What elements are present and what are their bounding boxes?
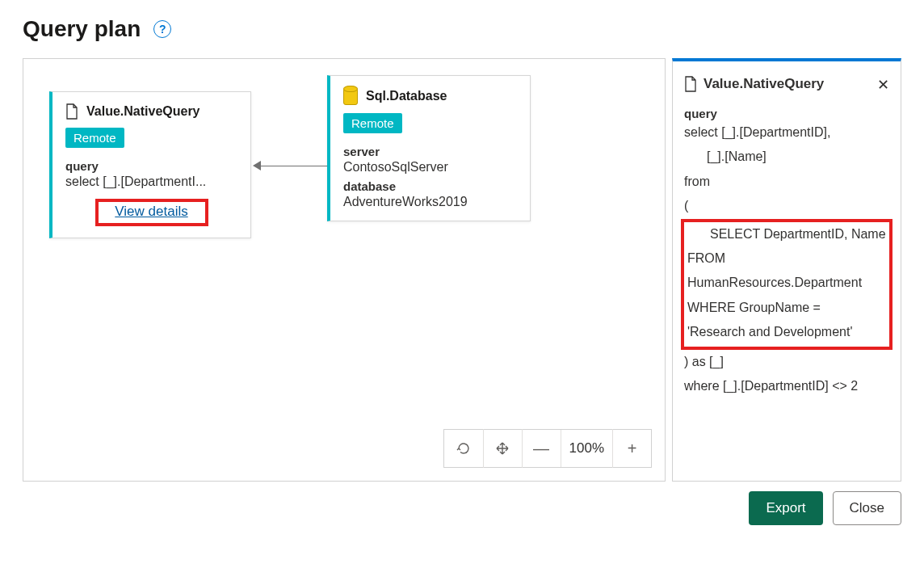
zoom-out-button[interactable]: — xyxy=(522,429,561,468)
query-line: from xyxy=(684,175,710,188)
main-area: Value.NativeQuery Remote query select [_… xyxy=(23,58,901,482)
inner-query-highlight: SELECT DepartmentID, Name FROM HumanReso… xyxy=(681,219,892,350)
details-title: Value.NativeQuery xyxy=(704,76,824,92)
document-icon xyxy=(65,103,78,120)
query-line: SELECT DepartmentID, Name xyxy=(687,222,886,246)
help-icon[interactable]: ? xyxy=(153,20,171,38)
database-label: database xyxy=(343,179,517,193)
node-value-nativequery[interactable]: Value.NativeQuery Remote query select [_… xyxy=(49,91,251,238)
query-line: ) as [_] xyxy=(684,355,724,368)
zoom-level: 100% xyxy=(561,430,612,467)
close-button[interactable]: Close xyxy=(833,491,901,525)
fit-view-button[interactable] xyxy=(483,429,522,468)
query-line: [_].[Name] xyxy=(684,145,889,169)
query-label: query xyxy=(65,159,237,173)
dialog-footer: Export Close xyxy=(23,491,901,525)
server-value: ContosoSqlServer xyxy=(343,160,517,175)
query-line: WHERE GroupName = xyxy=(687,301,821,314)
node-title: Sql.Database xyxy=(366,89,447,103)
view-details-highlight: View details xyxy=(95,199,208,226)
remote-badge: Remote xyxy=(343,113,402,133)
zoom-toolbar: — 100% + xyxy=(443,429,652,468)
view-details-link[interactable]: View details xyxy=(115,204,187,219)
query-line: FROM xyxy=(687,251,725,265)
database-value: AdventureWorks2019 xyxy=(343,195,517,209)
query-line: where [_].[DepartmentID] <> 2 xyxy=(684,379,858,393)
query-preview: select [_].[DepartmentI... xyxy=(65,175,237,189)
page-header: Query plan ? xyxy=(23,16,901,42)
query-line: ( xyxy=(684,199,688,212)
details-query-body: select [_].[DepartmentID], [_].[Name] fr… xyxy=(684,120,889,398)
query-plan-canvas[interactable]: Value.NativeQuery Remote query select [_… xyxy=(23,58,666,482)
node-title-row: Value.NativeQuery xyxy=(65,103,237,120)
zoom-in-button[interactable]: + xyxy=(612,429,651,468)
query-line: select [_].[DepartmentID], xyxy=(684,125,830,139)
page-title: Query plan xyxy=(23,16,141,42)
details-panel: Value.NativeQuery ✕ query select [_].[De… xyxy=(672,58,901,482)
document-icon xyxy=(684,76,697,92)
reset-view-button[interactable] xyxy=(444,429,483,468)
server-label: server xyxy=(343,145,517,158)
query-line: HumanResources.Department xyxy=(687,276,862,289)
details-header: Value.NativeQuery xyxy=(684,76,889,92)
export-button[interactable]: Export xyxy=(749,491,822,525)
connector-line xyxy=(261,166,327,166)
remote-badge: Remote xyxy=(65,128,124,148)
node-title-row: Sql.Database xyxy=(343,87,517,105)
node-sql-database[interactable]: Sql.Database Remote server ContosoSqlSer… xyxy=(327,75,531,221)
database-icon xyxy=(343,87,358,105)
connector-arrowhead-icon xyxy=(253,161,261,170)
query-line: 'Research and Development' xyxy=(687,325,852,339)
close-icon[interactable]: ✕ xyxy=(877,76,889,94)
details-query-label: query xyxy=(684,107,889,120)
node-title: Value.NativeQuery xyxy=(86,104,200,119)
